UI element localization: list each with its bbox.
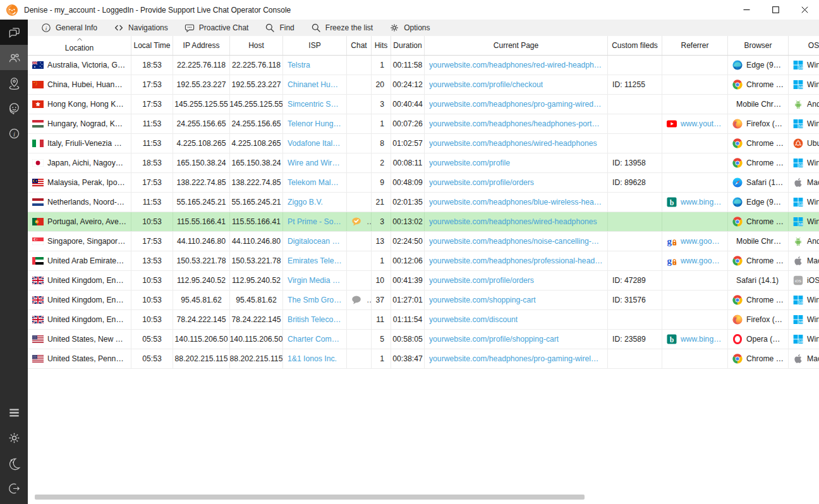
current-page-link[interactable]: yourwebsite.com/profile/shopping-cart [429, 335, 559, 344]
sidebar-item-chats[interactable] [0, 20, 28, 45]
toolbar-item-options[interactable]: Options [381, 20, 438, 36]
sidebar-item-information[interactable]: i [0, 121, 28, 146]
visitor-row[interactable]: Australia, Victoria, Ge…18:5322.225.76.1… [28, 56, 819, 75]
svg-text:g: g [667, 256, 672, 266]
sidebar-item-geolocation[interactable] [0, 70, 28, 95]
visitor-row[interactable]: Portugal, Aveiro, Ave…10:53115.55.166.41… [28, 212, 819, 232]
column-header-location[interactable]: Location [28, 36, 131, 55]
column-header-host[interactable]: Host [230, 36, 283, 55]
isp-link[interactable]: 1&1 Ionos Inc. [288, 354, 337, 363]
chat-more-label: … [367, 296, 372, 304]
toolbar-item-general-info[interactable]: i General Info [33, 20, 106, 36]
column-header-local_time[interactable]: Local Time [131, 36, 173, 55]
current-page-link[interactable]: yourwebsite.com/headphones/pro-gaming-wi… [429, 354, 603, 363]
column-header-referrer[interactable]: Referrer [662, 36, 728, 55]
toolbar-item-navigations[interactable]: Navigations [106, 20, 176, 36]
current-page-link[interactable]: yourwebsite.com/profile/checkout [429, 80, 543, 89]
referrer-link[interactable]: www.bing.co… [681, 198, 723, 207]
current-page-cell: yourwebsite.com/discount [425, 310, 608, 329]
visitor-row[interactable]: United States, New Yo…05:53140.115.206.5… [28, 330, 819, 349]
isp-link[interactable]: Wire and Wirel… [288, 159, 342, 167]
current-page-link[interactable]: yourwebsite.com/profile [429, 159, 510, 167]
horizontal-scrollbar-thumb[interactable] [35, 495, 585, 500]
toolbar-item-freeze-list[interactable]: Freeze the list [303, 20, 381, 36]
current-page-link[interactable]: yourwebsite.com/headphones/professional-… [429, 256, 603, 265]
isp-link[interactable]: Telekom Malay… [288, 178, 342, 187]
browser-label: Chrome (91… [746, 159, 784, 167]
current-page-link[interactable]: yourwebsite.com/profile/orders [429, 178, 534, 187]
isp-link[interactable]: Telstra [288, 61, 310, 69]
isp-link[interactable]: Simcentric Solu… [288, 100, 342, 109]
isp-link[interactable]: Vodafone Italia … [288, 139, 342, 148]
column-header-custom[interactable]: Custom fileds [608, 36, 662, 55]
visitor-row[interactable]: Malaysia, Perak, Ipoh, …17:53138.222.74.… [28, 173, 819, 193]
close-button[interactable] [790, 1, 819, 20]
visitor-row[interactable]: Singapore, Singapore…17:5344.110.246.804… [28, 232, 819, 251]
column-header-os[interactable]: OS [789, 36, 819, 55]
visitor-row[interactable]: Italy, Friuli-Venezia Gi…11:534.225.108.… [28, 134, 819, 153]
current-page-link[interactable]: yourwebsite.com/shopping-cart [429, 296, 536, 304]
isp-link[interactable]: Telenor Hungar… [288, 119, 342, 128]
sidebar-item-visitors[interactable] [0, 45, 28, 70]
referrer-link[interactable]: www.youtub… [681, 119, 723, 128]
sidebar-item-operator[interactable] [0, 95, 28, 121]
sidebar-item-logout[interactable] [0, 476, 28, 501]
isp-link[interactable]: Virgin Media Li… [288, 276, 342, 285]
visitor-row[interactable]: Netherlands, Noord-…11:5355.165.245.2155… [28, 193, 819, 212]
isp-link[interactable]: British Telecom… [288, 315, 342, 324]
sidebar-item-settings[interactable] [0, 425, 28, 450]
maximize-button[interactable] [761, 1, 790, 20]
browser-cell: Edge (91.0… [728, 193, 789, 212]
column-header-ip[interactable]: IP Address [173, 36, 230, 55]
isp-link[interactable]: Ziggo B.V. [288, 198, 323, 207]
referrer-link[interactable]: www.bing.co… [681, 335, 723, 344]
toolbar-item-proactive-chat[interactable]: Proactive Chat [176, 20, 257, 36]
column-header-isp[interactable]: ISP [283, 36, 347, 55]
isp-link[interactable]: Emirates Teleco… [288, 256, 342, 265]
current-page-link[interactable]: yourwebsite.com/headphones/pro-gaming-wi… [429, 100, 603, 109]
search-icon [265, 23, 275, 33]
current-page-link[interactable]: yourwebsite.com/headphones/headphones-po… [429, 119, 603, 128]
isp-link[interactable]: Pt Prime - Solu… [288, 217, 342, 226]
toolbar-item-find[interactable]: Find [257, 20, 302, 36]
current-page-link[interactable]: yourwebsite.com/headphones/red-wired-hea… [429, 61, 603, 69]
visitor-row[interactable]: United States, Pennsy…05:5388.202.215.11… [28, 349, 819, 369]
current-page-link[interactable]: yourwebsite.com/discount [429, 315, 518, 324]
isp-link[interactable]: Charter Commu… [288, 335, 342, 344]
visitor-row[interactable]: China, Hubei, Huangg…17:53192.55.23.2271… [28, 75, 819, 95]
gear-icon [389, 23, 399, 33]
column-header-current_page[interactable]: Current Page [425, 36, 608, 55]
isp-link[interactable]: The Smb Group [288, 296, 342, 304]
visitor-row[interactable]: Hong Kong, Hong Ko…17:53145.255.125.5514… [28, 95, 819, 114]
column-header-hits[interactable]: Hits [372, 36, 391, 55]
isp-link[interactable]: Digitalocean Llc [288, 237, 342, 246]
win10-icon: 10 [793, 197, 803, 207]
ip-address-cell: 24.255.156.65 [173, 114, 230, 133]
host-cell: 138.222.74.85 [230, 173, 283, 192]
current-page-cell: yourwebsite.com/headphones/wired-headpho… [425, 212, 608, 231]
sidebar-item-theme[interactable] [0, 450, 28, 476]
current-page-link[interactable]: yourwebsite.com/headphones/wired-headpho… [429, 217, 597, 226]
proactive-chat-icon [185, 23, 195, 33]
visitor-row[interactable]: United Arab Emirates…13:53150.53.221.781… [28, 251, 819, 271]
current-page-link[interactable]: yourwebsite.com/headphones/blue-wireless… [429, 198, 603, 207]
sidebar-item-menu[interactable] [0, 400, 28, 425]
column-header-browser[interactable]: Browser [728, 36, 789, 55]
visitor-row[interactable]: Hungary, Nograd, Kar…11:5324.255.156.652… [28, 114, 819, 134]
visitor-row[interactable]: United Kingdom, Engl…10:53112.95.240.521… [28, 271, 819, 291]
minimize-button[interactable] [732, 1, 761, 20]
isp-cell: Ziggo B.V. [283, 193, 347, 212]
referrer-link[interactable]: www.google… [681, 237, 723, 246]
column-header-chat[interactable]: Chat [347, 36, 372, 55]
isp-link[interactable]: Chinanet Hube… [288, 80, 342, 89]
column-header-label: Browser [744, 41, 772, 50]
visitor-row[interactable]: United Kingdom, Engl…10:5395.45.81.6295.… [28, 291, 819, 310]
location-label: Netherlands, Noord-… [47, 198, 124, 207]
current-page-link[interactable]: yourwebsite.com/headphones/wired-headpho… [429, 139, 597, 148]
current-page-link[interactable]: yourwebsite.com/headphones/noise-cancell… [429, 237, 603, 246]
column-header-duration[interactable]: Duration [391, 36, 425, 55]
visitor-row[interactable]: United Kingdom, Engl…10:5378.24.222.1457… [28, 310, 819, 330]
referrer-link[interactable]: www.google… [681, 256, 723, 265]
visitor-row[interactable]: Japan, Aichi, Nagoya, …18:53165.150.38.2… [28, 153, 819, 173]
current-page-link[interactable]: yourwebsite.com/profile/orders [429, 276, 534, 285]
